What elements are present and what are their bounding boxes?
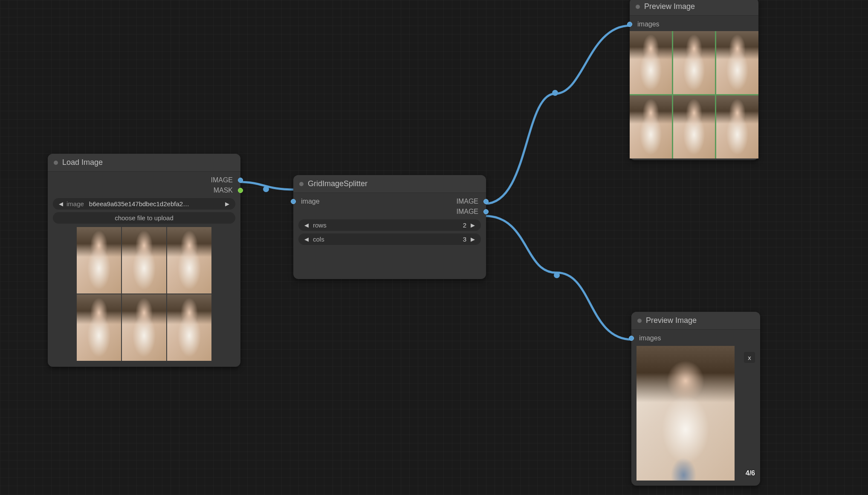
arrow-left-icon[interactable]: ◀ [304,236,310,242]
image-counter: 4/6 [746,469,755,477]
node-header[interactable]: Preview Image [630,0,758,16]
status-dot-icon [637,319,642,323]
arrow-left-icon[interactable]: ◀ [304,222,310,228]
close-button[interactable]: x [744,352,755,363]
output-port-image-2[interactable]: IMAGE [298,207,481,217]
grid-cell [716,95,758,158]
loaded-image-preview [53,227,235,361]
grid-cell [167,227,211,294]
port-dot-icon[interactable] [238,178,243,183]
preview-image [637,346,735,481]
node-header[interactable]: GridImageSplitter [293,175,486,193]
arrow-left-icon[interactable]: ◀ [58,201,64,207]
status-dot-icon [636,5,640,9]
node-load-image[interactable]: Load Image IMAGE MASK ◀ image b6eea9a635… [48,154,240,367]
grid-cell [673,31,715,94]
node-title: Preview Image [644,2,695,11]
svg-point-1 [552,90,558,96]
output-port-mask[interactable]: MASK [53,185,235,196]
node-header[interactable]: Load Image [48,154,240,172]
port-dot-icon[interactable] [483,199,489,204]
grid-cell [716,31,758,94]
preview-image-grid[interactable] [630,31,758,158]
port-dot-icon[interactable] [291,199,296,204]
arrow-right-icon[interactable]: ▶ [224,201,230,207]
node-grid-image-splitter[interactable]: GridImageSplitter image IMAGE IMAGE ◀ ro… [293,175,486,279]
arrow-right-icon[interactable]: ▶ [470,222,476,228]
status-dot-icon [54,161,58,165]
port-dot-icon[interactable] [238,188,243,193]
input-port-images[interactable]: images [637,333,755,343]
svg-point-0 [263,186,269,192]
output-port-image-1[interactable]: IMAGE [298,196,481,207]
output-port-image[interactable]: IMAGE [53,175,235,185]
rows-widget[interactable]: ◀ rows 2 ▶ [298,219,481,231]
grid-cell [167,294,211,361]
node-title: GridImageSplitter [308,179,367,188]
input-port-images[interactable]: images [630,19,758,29]
grid-cell [673,95,715,158]
grid-cell [630,95,672,158]
node-preview-image-bottom[interactable]: Preview Image images x 4/6 [631,312,760,486]
upload-button[interactable]: choose file to upload [53,212,235,224]
node-preview-image-top[interactable]: Preview Image images [630,0,758,160]
grid-cell [77,227,121,294]
node-header[interactable]: Preview Image [631,312,760,330]
arrow-right-icon[interactable]: ▶ [470,236,476,242]
cols-widget[interactable]: ◀ cols 3 ▶ [298,233,481,245]
grid-cell [122,294,166,361]
port-dot-icon[interactable] [483,209,489,214]
grid-cell [77,294,121,361]
node-title: Load Image [62,158,103,167]
close-icon: x [748,354,751,361]
port-dot-icon[interactable] [629,336,634,341]
preview-image-slideshow[interactable]: x 4/6 [637,346,755,481]
image-combo-widget[interactable]: ◀ image b6eea9a635e147bdbec1d2ebfa2… ▶ [53,198,235,210]
node-title: Preview Image [646,316,697,325]
grid-cell [122,227,166,294]
grid-cell [630,31,672,94]
status-dot-icon [299,182,304,186]
port-dot-icon[interactable] [627,22,632,27]
svg-point-2 [554,272,560,278]
